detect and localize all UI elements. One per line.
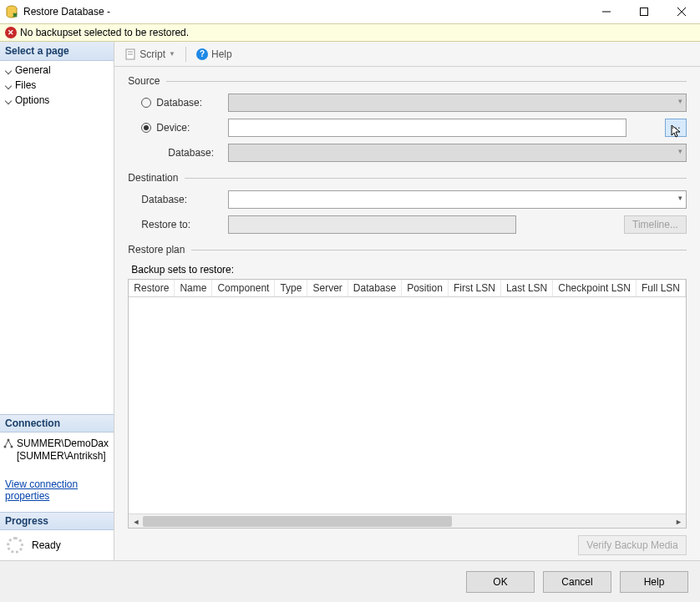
source-group-label: Source xyxy=(128,75,687,87)
source-subdatabase-combo xyxy=(228,144,687,162)
sidebar-item-files[interactable]: Files xyxy=(0,78,114,93)
svg-rect-2 xyxy=(640,8,647,16)
close-button[interactable] xyxy=(662,0,700,23)
title-bar: Restore Database - xyxy=(0,0,700,23)
sidebar-item-options[interactable]: Options xyxy=(0,93,114,108)
grid-body xyxy=(129,297,686,513)
warning-bar: No backupset selected to be restored. xyxy=(0,23,700,42)
restore-to-label: Restore to: xyxy=(141,219,190,230)
progress-header: Progress xyxy=(0,512,114,530)
source-database-radio[interactable] xyxy=(141,98,151,108)
help-button-footer[interactable]: Help xyxy=(620,571,688,593)
scroll-left-icon[interactable]: ◄ xyxy=(129,514,143,529)
cursor-icon xyxy=(671,124,686,139)
error-icon xyxy=(5,27,17,38)
help-button[interactable]: ? Help xyxy=(193,47,236,62)
progress-spinner-icon xyxy=(7,537,23,554)
minimize-button[interactable] xyxy=(587,0,625,23)
scroll-thumb[interactable] xyxy=(143,516,452,527)
dest-database-label: Database: xyxy=(141,194,187,205)
chevron-down-icon: ▼ xyxy=(169,50,175,58)
server-icon xyxy=(3,438,13,448)
browse-device-button[interactable] xyxy=(665,119,687,137)
horizontal-scrollbar[interactable]: ◄ ► xyxy=(129,513,686,528)
verify-backup-media-button: Verify Backup Media xyxy=(578,535,687,555)
maximize-button[interactable] xyxy=(625,0,662,23)
select-page-header: Select a page xyxy=(0,42,114,61)
timeline-button: Timeline... xyxy=(624,215,687,234)
destination-group-label: Destination xyxy=(128,172,687,184)
backup-sets-grid[interactable]: Restore Name Component Type Server Datab… xyxy=(128,279,687,529)
source-database-combo xyxy=(228,94,687,112)
view-connection-properties-link[interactable]: View connection properties xyxy=(0,468,114,512)
connection-server: SUMMER\DemoDax xyxy=(17,438,109,451)
restore-plan-group-label: Restore plan xyxy=(128,244,687,255)
toolbar-separator xyxy=(185,47,186,62)
app-icon xyxy=(5,5,18,18)
script-icon xyxy=(124,48,136,60)
backup-sets-label: Backup sets to restore: xyxy=(131,264,687,276)
source-database-label: Database: xyxy=(156,97,202,109)
window-title: Restore Database - xyxy=(23,6,110,18)
cancel-button[interactable]: Cancel xyxy=(543,571,611,593)
sidebar: Select a page General Files Options Conn… xyxy=(0,42,114,560)
toolbar: Script ▼ ? Help xyxy=(114,42,700,67)
grid-header: Restore Name Component Type Server Datab… xyxy=(129,280,686,297)
warning-text: No backupset selected to be restored. xyxy=(20,27,189,38)
script-button[interactable]: Script ▼ xyxy=(121,47,179,62)
connection-info: SUMMER\DemoDax [SUMMER\Antriksh] xyxy=(0,433,114,468)
source-device-label: Device: xyxy=(156,122,190,134)
source-subdatabase-label: Database: xyxy=(168,147,214,159)
restore-to-input xyxy=(228,215,516,234)
help-icon: ? xyxy=(196,48,208,60)
progress-status: Ready xyxy=(32,539,61,551)
ok-button[interactable]: OK xyxy=(466,571,535,593)
source-device-input[interactable] xyxy=(228,119,626,137)
dialog-footer: OK Cancel Help xyxy=(0,560,700,602)
source-device-radio[interactable] xyxy=(141,123,151,133)
sidebar-item-general[interactable]: General xyxy=(0,63,114,78)
connection-header: Connection xyxy=(0,414,114,433)
dest-database-combo[interactable] xyxy=(228,190,687,209)
connection-user: [SUMMER\Antriksh] xyxy=(17,450,109,463)
scroll-right-icon[interactable]: ► xyxy=(672,514,686,529)
